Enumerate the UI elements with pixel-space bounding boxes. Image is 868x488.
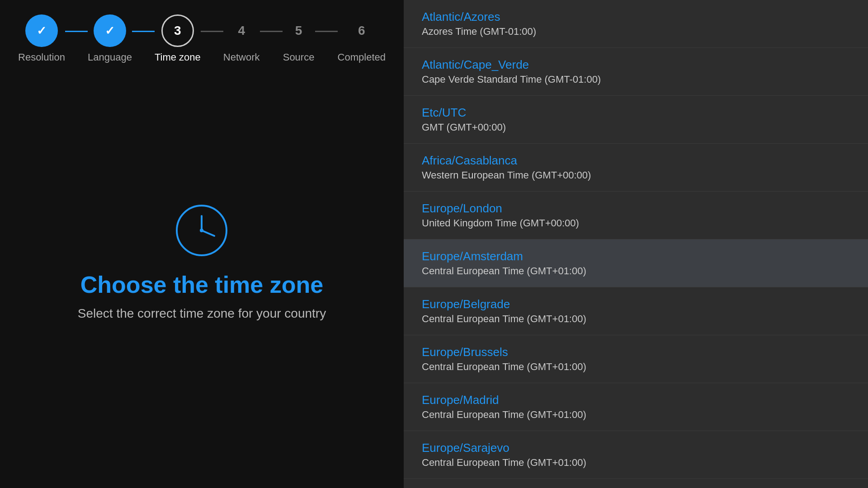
step-label-2: Language bbox=[88, 52, 132, 63]
step-label-1: Resolution bbox=[18, 52, 65, 63]
timezone-item-europe-belgrade[interactable]: Europe/BelgradeCentral European Time (GM… bbox=[404, 287, 868, 335]
clock-icon bbox=[175, 203, 229, 258]
timezone-item-atlantic-azores[interactable]: Atlantic/AzoresAzores Time (GMT-01:00) bbox=[404, 0, 868, 48]
tz-desc-atlantic-cape-verde: Cape Verde Standard Time (GMT-01:00) bbox=[422, 74, 850, 85]
connector-1-2 bbox=[65, 31, 88, 32]
timezone-list[interactable]: Atlantic/AzoresAzores Time (GMT-01:00)At… bbox=[404, 0, 868, 488]
tz-name-atlantic-azores: Atlantic/Azores bbox=[422, 10, 850, 24]
step-label-3: Time zone bbox=[155, 52, 201, 63]
tz-desc-atlantic-azores: Azores Time (GMT-01:00) bbox=[422, 26, 850, 38]
timezone-item-europe-brussels[interactable]: Europe/BrusselsCentral European Time (GM… bbox=[404, 335, 868, 383]
step-resolution: ✓ Resolution bbox=[18, 14, 65, 63]
timezone-item-europe-amsterdam[interactable]: Europe/AmsterdamCentral European Time (G… bbox=[404, 239, 868, 287]
main-content: Choose the time zone Select the correct … bbox=[78, 36, 326, 488]
tz-name-europe-sarajevo: Europe/Sarajevo bbox=[422, 441, 850, 455]
connector-2-3 bbox=[132, 31, 155, 32]
step-label-4: Network bbox=[223, 52, 260, 63]
tz-desc-europe-london: United Kingdom Time (GMT+00:00) bbox=[422, 217, 850, 229]
tz-name-europe-brussels: Europe/Brussels bbox=[422, 345, 850, 359]
tz-name-africa-casablanca: Africa/Casablanca bbox=[422, 154, 850, 168]
tz-name-europe-amsterdam: Europe/Amsterdam bbox=[422, 249, 850, 263]
step-source: 5 Source bbox=[283, 14, 315, 63]
timezone-item-etc-utc[interactable]: Etc/UTCGMT (GMT+00:00) bbox=[404, 96, 868, 144]
left-panel: ✓ Resolution ✓ Language 3 Time zone 4 Ne… bbox=[0, 0, 404, 488]
timezone-item-africa-casablanca[interactable]: Africa/CasablancaWestern European Time (… bbox=[404, 144, 868, 192]
timezone-item-europe-london[interactable]: Europe/LondonUnited Kingdom Time (GMT+00… bbox=[404, 192, 868, 239]
tz-name-europe-london: Europe/London bbox=[422, 202, 850, 216]
step-language: ✓ Language bbox=[88, 14, 132, 63]
tz-name-atlantic-cape-verde: Atlantic/Cape_Verde bbox=[422, 58, 850, 72]
connector-4-5 bbox=[260, 31, 283, 32]
stepper: ✓ Resolution ✓ Language 3 Time zone 4 Ne… bbox=[0, 0, 404, 63]
tz-desc-europe-madrid: Central European Time (GMT+01:00) bbox=[422, 409, 850, 421]
tz-desc-europe-brussels: Central European Time (GMT+01:00) bbox=[422, 361, 850, 373]
step-circle-4: 4 bbox=[225, 14, 258, 47]
tz-name-europe-madrid: Europe/Madrid bbox=[422, 393, 850, 407]
tz-desc-europe-sarajevo: Central European Time (GMT+01:00) bbox=[422, 457, 850, 469]
tz-desc-europe-amsterdam: Central European Time (GMT+01:00) bbox=[422, 265, 850, 277]
step-label-5: Source bbox=[283, 52, 315, 63]
svg-point-3 bbox=[200, 229, 203, 232]
step-network: 4 Network bbox=[223, 14, 260, 63]
svg-line-2 bbox=[202, 230, 214, 236]
main-title: Choose the time zone bbox=[80, 271, 323, 298]
timezone-item-europe-madrid[interactable]: Europe/MadridCentral European Time (GMT+… bbox=[404, 383, 868, 431]
main-subtitle: Select the correct time zone for your co… bbox=[78, 306, 326, 321]
step-circle-6: 6 bbox=[345, 14, 378, 47]
step-circle-5: 5 bbox=[283, 14, 315, 47]
tz-desc-etc-utc: GMT (GMT+00:00) bbox=[422, 122, 850, 133]
tz-name-etc-utc: Etc/UTC bbox=[422, 106, 850, 120]
tz-desc-africa-casablanca: Western European Time (GMT+00:00) bbox=[422, 169, 850, 181]
step-circle-1: ✓ bbox=[25, 14, 58, 47]
timezone-item-africa-windhoek[interactable]: Africa/WindhoekCentral Africa Time (GMT+… bbox=[404, 479, 868, 488]
connector-3-4 bbox=[201, 31, 223, 32]
tz-desc-europe-belgrade: Central European Time (GMT+01:00) bbox=[422, 313, 850, 325]
timezone-item-europe-sarajevo[interactable]: Europe/SarajevoCentral European Time (GM… bbox=[404, 431, 868, 479]
step-label-6: Completed bbox=[338, 52, 386, 63]
tz-name-europe-belgrade: Europe/Belgrade bbox=[422, 297, 850, 311]
step-circle-3: 3 bbox=[161, 14, 194, 47]
connector-5-6 bbox=[315, 31, 338, 32]
timezone-item-atlantic-cape-verde[interactable]: Atlantic/Cape_VerdeCape Verde Standard T… bbox=[404, 48, 868, 96]
step-circle-2: ✓ bbox=[94, 14, 126, 47]
step-completed: 6 Completed bbox=[338, 14, 386, 63]
step-timezone: 3 Time zone bbox=[155, 14, 201, 63]
